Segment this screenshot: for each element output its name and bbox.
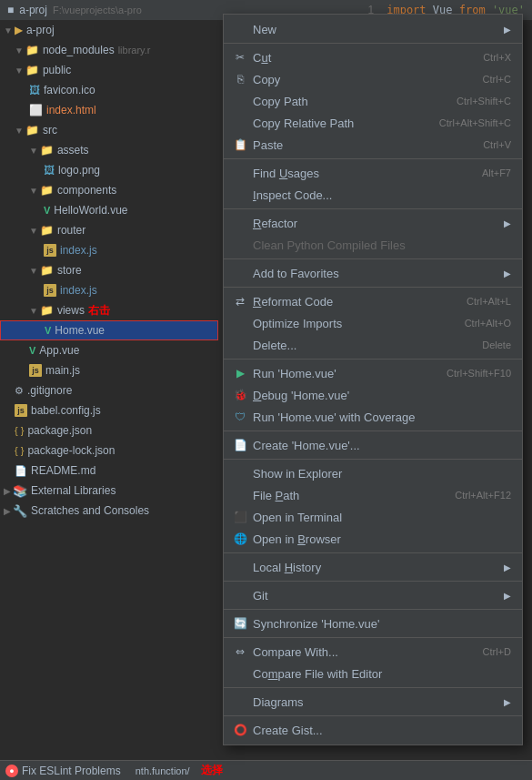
separator <box>224 581 522 582</box>
submenu-arrow: ▶ <box>504 562 511 572</box>
menu-item-add-favorites[interactable]: Add to Favorites ▶ <box>224 262 522 284</box>
tree-item-src[interactable]: 📁 src <box>0 120 218 140</box>
json-icon: { } <box>15 445 24 456</box>
menu-item-delete[interactable]: Delete... Delete <box>224 334 522 356</box>
scissors-icon: ✂ <box>233 50 247 65</box>
eslint-icon: ● <box>5 765 18 777</box>
tree-item-store[interactable]: 📁 store <box>0 260 218 280</box>
tree-item-gitignore[interactable]: ⚙ .gitignore <box>0 380 218 400</box>
menu-item-git[interactable]: Git ▶ <box>224 584 522 606</box>
separator <box>224 715 522 716</box>
tree-item-index-html[interactable]: ⬜ index.html <box>0 100 218 120</box>
file-icon: 🖼 <box>44 164 55 177</box>
menu-item-compare-editor[interactable]: Compare File with Editor <box>224 663 522 684</box>
separator <box>224 687 522 688</box>
menu-item-open-browser[interactable]: 🌐 Open in Browser <box>224 528 522 550</box>
tree-item-scratches[interactable]: 🔧 Scratches and Consoles <box>0 501 218 521</box>
menu-item-copy-rel-path[interactable]: Copy Relative Path Ctrl+Alt+Shift+C <box>224 112 522 134</box>
js-icon: js <box>15 404 27 417</box>
menu-item-synchronize[interactable]: 🔄 Synchronize 'Home.vue' <box>224 613 522 634</box>
no-icon <box>233 338 247 352</box>
submenu-arrow: ▶ <box>504 268 511 279</box>
tree-item-home-vue[interactable]: V Home.vue <box>0 320 218 340</box>
arrow-icon <box>4 486 11 496</box>
menu-item-diagrams[interactable]: Diagrams ▶ <box>224 691 522 713</box>
tree-item-favicon[interactable]: 🖼 favicon.ico <box>0 80 218 100</box>
no-icon <box>233 316 247 330</box>
arrow-icon <box>4 506 11 516</box>
tree-item-main-js[interactable]: js main.js <box>0 360 218 380</box>
tree-item-a-proj[interactable]: ▶ a-proj <box>0 20 218 40</box>
menu-item-run-coverage[interactable]: 🛡 Run 'Home.vue' with Coverage <box>224 406 522 428</box>
tree-item-helloworld[interactable]: V HelloWorld.vue <box>0 200 218 220</box>
compare-icon: ⇔ <box>233 644 247 659</box>
fix-eslint-button[interactable]: ● Fix ESLint Problems <box>5 765 121 777</box>
separator <box>224 359 522 360</box>
menu-item-file-path[interactable]: File Path Ctrl+Alt+F12 <box>224 484 522 506</box>
arrow-icon <box>15 46 24 56</box>
annotation-right: 右击 <box>88 303 110 319</box>
menu-item-refactor[interactable]: Refactor ▶ <box>224 212 522 234</box>
tree-item-logo[interactable]: 🖼 logo.png <box>0 160 218 180</box>
menu-item-find-usages[interactable]: Find Usages Alt+F7 <box>224 162 522 184</box>
separator <box>224 637 522 638</box>
reformat-icon: ⇄ <box>233 294 247 309</box>
menu-item-cut[interactable]: ✂ Cut Ctrl+X <box>224 46 522 68</box>
menu-item-debug[interactable]: 🐞 Debug 'Home.vue' <box>224 384 522 406</box>
no-icon <box>233 238 247 252</box>
separator <box>224 208 522 209</box>
tree-item-router-index[interactable]: js index.js <box>0 240 218 260</box>
create-icon: 📄 <box>233 438 247 452</box>
tree-item-views[interactable]: 📁 views 右击 <box>0 300 218 320</box>
folder-icon: 📁 <box>40 304 54 317</box>
menu-item-copy[interactable]: ⎘ Copy Ctrl+C <box>224 68 522 90</box>
folder-icon: 📁 <box>25 64 39 76</box>
menu-item-inspect-code[interactable]: Inspect Code... <box>224 184 522 206</box>
menu-item-copy-path[interactable]: Copy Path Ctrl+Shift+C <box>224 90 522 112</box>
folder-icon: 📁 <box>40 144 54 157</box>
menu-item-create-gist[interactable]: ⭕ Create Gist... <box>224 719 522 741</box>
folder-icon: 📁 <box>25 44 39 56</box>
menu-item-compare-with[interactable]: ⇔ Compare With... Ctrl+D <box>224 641 522 663</box>
tree-item-external[interactable]: 📚 External Libraries <box>0 481 218 501</box>
status-bar: ● Fix ESLint Problems nth.function/ 选择 <box>0 760 532 780</box>
tree-item-package-lock[interactable]: { } package-lock.json <box>0 441 218 461</box>
js-icon: js <box>44 284 56 297</box>
arrow-icon <box>29 146 38 156</box>
tree-item-store-index[interactable]: js index.js <box>0 280 218 300</box>
paste-icon: 📋 <box>233 137 247 152</box>
menu-item-show-explorer[interactable]: Show in Explorer <box>224 462 522 484</box>
menu-item-open-terminal[interactable]: ⬛ Open in Terminal <box>224 506 522 528</box>
gist-icon: ⭕ <box>233 723 247 737</box>
coverage-icon: 🛡 <box>233 410 247 424</box>
tree-item-app-vue[interactable]: V App.vue <box>0 340 218 360</box>
file-icon: 🖼 <box>29 84 40 96</box>
menu-item-paste[interactable]: 📋 Paste Ctrl+V <box>224 134 522 156</box>
vue-icon: V <box>45 325 51 336</box>
tree-item-components[interactable]: 📁 components <box>0 180 218 200</box>
tree-item-assets[interactable]: 📁 assets <box>0 140 218 160</box>
tree-item-readme[interactable]: 📄 README.md <box>0 461 218 481</box>
debug-icon: 🐞 <box>233 388 247 402</box>
no-icon <box>233 187 247 202</box>
tree-item-babel[interactable]: js babel.config.js <box>0 400 218 420</box>
tree-item-public[interactable]: 📁 public <box>0 60 218 80</box>
folder-icon: 📁 <box>40 224 54 237</box>
menu-item-icon <box>233 22 247 36</box>
status-annotation: 选择 <box>201 763 223 778</box>
menu-item-reformat[interactable]: ⇄ Reformat Code Ctrl+Alt+L <box>224 290 522 312</box>
copy-icon: ⎘ <box>233 72 247 86</box>
tree-item-router[interactable]: 📁 router <box>0 220 218 240</box>
menu-item-optimize[interactable]: Optimize Imports Ctrl+Alt+O <box>224 312 522 334</box>
tree-item-package-json[interactable]: { } package.json <box>0 420 218 441</box>
no-icon <box>233 166 247 180</box>
menu-item-create[interactable]: 📄 Create 'Home.vue'... <box>224 434 522 456</box>
tree-item-node-modules[interactable]: 📁 node_modules library.r <box>0 40 218 60</box>
separator <box>224 609 522 610</box>
menu-item-local-history[interactable]: Local History ▶ <box>224 556 522 578</box>
menu-item-run[interactable]: ▶ Run 'Home.vue' Ctrl+Shift+F10 <box>224 362 522 384</box>
no-icon <box>233 466 247 481</box>
project-name: a-proj <box>19 4 47 16</box>
arrow-icon <box>29 186 38 196</box>
menu-item-new[interactable]: New ▶ <box>224 18 522 40</box>
